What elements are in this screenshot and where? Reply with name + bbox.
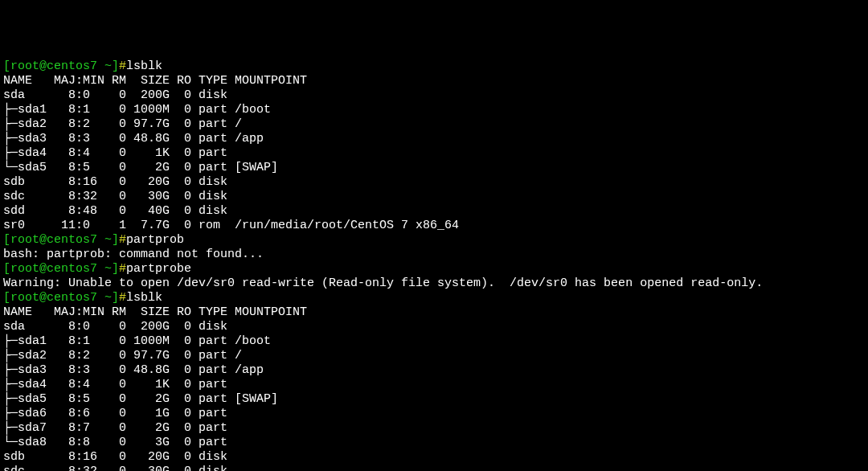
lsblk1-row: ├─sda1 8:1 0 1000M 0 part /boot [3,103,865,117]
lsblk1-row: sdd 8:48 0 40G 0 disk [3,204,865,219]
lsblk1-header: NAME MAJ:MIN RM SIZE RO TYPE MOUNTPOINT [3,74,865,88]
lsblk2-header: NAME MAJ:MIN RM SIZE RO TYPE MOUNTPOINT [3,305,865,320]
lsblk2-row: ├─sda5 8:5 0 2G 0 part [SWAP] [3,392,865,407]
prompt-line-3: [root@centos7 ~]#partprobe [3,262,865,276]
prompt-line-1: [root@centos7 ~]#lsblk [3,59,865,74]
lsblk2-row: ├─sda1 8:1 0 1000M 0 part /boot [3,334,865,349]
prompt-user-host: [root@centos7 ~] [3,262,119,276]
command-partprob: partprob [126,233,184,247]
lsblk2-row: sdc 8:32 0 30G 0 disk [3,465,865,471]
partprobe-warning: Warning: Unable to open /dev/sr0 read-wr… [3,276,865,291]
lsblk2-row: sda 8:0 0 200G 0 disk [3,320,865,334]
lsblk1-row: ├─sda2 8:2 0 97.7G 0 part / [3,117,865,132]
lsblk1-row: sda 8:0 0 200G 0 disk [3,88,865,103]
prompt-line-4: [root@centos7 ~]#lsblk [3,291,865,305]
lsblk2-row: ├─sda6 8:6 0 1G 0 part [3,407,865,421]
prompt-user-host: [root@centos7 ~] [3,233,119,247]
lsblk1-row: ├─sda3 8:3 0 48.8G 0 part /app [3,132,865,146]
prompt-hash: # [119,262,126,276]
lsblk1-row: ├─sda4 8:4 0 1K 0 part [3,146,865,161]
lsblk2-row: sdb 8:16 0 20G 0 disk [3,450,865,465]
bash-error: bash: partprob: command not found... [3,248,865,262]
lsblk2-row: ├─sda4 8:4 0 1K 0 part [3,378,865,392]
lsblk2-row: ├─sda3 8:3 0 48.8G 0 part /app [3,363,865,378]
prompt-hash: # [119,233,126,247]
lsblk1-row: sr0 11:0 1 7.7G 0 rom /run/media/root/Ce… [3,219,865,233]
lsblk2-row: ├─sda7 8:7 0 2G 0 part [3,421,865,436]
lsblk2-row: ├─sda2 8:2 0 97.7G 0 part / [3,349,865,363]
prompt-line-2: [root@centos7 ~]#partprob [3,233,865,248]
lsblk2-row: └─sda8 8:8 0 3G 0 part [3,436,865,450]
lsblk1-row: sdc 8:32 0 30G 0 disk [3,190,865,204]
prompt-hash: # [119,291,126,305]
prompt-user-host: [root@centos7 ~] [3,291,119,305]
command-lsblk-2: lsblk [126,291,162,305]
command-lsblk-1: lsblk [126,59,162,73]
prompt-user-host: [root@centos7 ~] [3,59,119,73]
command-partprobe: partprobe [126,262,191,276]
lsblk1-row: sdb 8:16 0 20G 0 disk [3,175,865,190]
lsblk1-row: └─sda5 8:5 0 2G 0 part [SWAP] [3,161,865,175]
prompt-hash: # [119,59,126,73]
